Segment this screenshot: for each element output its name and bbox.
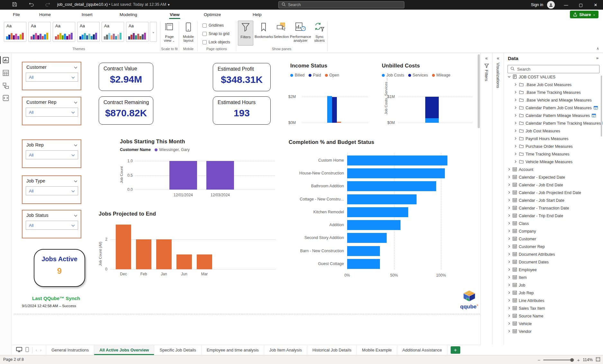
theme-thumbnail[interactable]: Aa — [77, 22, 100, 42]
data-tree-item[interactable]: Job Rep — [504, 289, 600, 297]
theme-thumbnail[interactable]: Aa — [126, 22, 148, 42]
hbar-house-new-construction[interactable] — [347, 168, 445, 178]
prev-page-icon[interactable]: ‹ — [36, 348, 37, 352]
bar-dec[interactable] — [116, 225, 131, 270]
zoom-in-icon[interactable]: + — [577, 357, 580, 363]
stack-services[interactable] — [425, 97, 439, 118]
performance-analyzer-button[interactable]: Performance analyzer — [290, 21, 311, 42]
bar-paid[interactable] — [332, 97, 337, 123]
checkbox-snap-to-grid[interactable]: Snap to grid — [203, 31, 230, 36]
data-tree-item[interactable]: Employee — [504, 266, 600, 274]
page-tab-general-instructions[interactable]: General Instructions — [46, 345, 94, 355]
slicer-dropdown[interactable]: All — [26, 221, 78, 230]
themes-gallery-expand[interactable]: ⌄ — [150, 22, 157, 42]
chevron-down-icon[interactable] — [74, 178, 77, 183]
data-tree-item[interactable]: Payroll Hours Measures — [504, 135, 600, 143]
slicer-dropdown[interactable]: All — [26, 73, 78, 82]
data-tree-item[interactable]: Customer — [504, 235, 600, 243]
dax-query-view-icon[interactable] — [3, 95, 9, 102]
document-title[interactable]: job_cost_detail_(qqube10.x) • Last saved… — [57, 2, 170, 7]
bar-12/03/2024[interactable] — [206, 161, 234, 190]
next-page-icon[interactable]: › — [40, 348, 41, 352]
hbar-kitchen-remodel[interactable] — [347, 207, 408, 217]
slicer-dropdown[interactable]: All — [26, 186, 78, 195]
global-search-input[interactable]: Search — [278, 1, 404, 8]
page-view-button[interactable]: Page view ⌄ — [161, 21, 177, 42]
checkbox-lock-objects[interactable]: Lock objects — [203, 40, 230, 44]
data-tree-item[interactable]: Class — [504, 220, 600, 227]
data-tree-item[interactable]: Account — [504, 166, 600, 173]
page-tab-all-active-jobs-overview[interactable]: All Active Jobs Overview — [94, 345, 154, 355]
data-tree-item[interactable]: Calendar - Job End Date — [504, 181, 600, 189]
redo-icon[interactable] — [45, 2, 50, 7]
page-tab-specific-job-details[interactable]: Specific Job Details — [154, 345, 201, 355]
model-view-icon[interactable] — [3, 83, 9, 90]
data-tree-item[interactable]: .Base Job Cost Measures — [504, 81, 600, 89]
data-tree-item[interactable]: Calendar Pattern Job Cost Measures — [504, 104, 600, 112]
zoom-slider[interactable] — [543, 360, 574, 360]
theme-thumbnail[interactable]: Aa — [4, 22, 26, 42]
data-tree-item[interactable]: .Base Vehicle and Mileage Measures — [504, 96, 600, 104]
page-tab-historical-job-details[interactable]: Historical Job Details — [307, 345, 357, 355]
menu-tab-modeling[interactable]: Modeling — [118, 10, 139, 19]
kpi-card-contract-remaining[interactable]: Contract Remaining$870.82K — [99, 96, 153, 125]
data-tree-item[interactable]: Calendar - Trip End Date — [504, 212, 600, 220]
data-tree-item[interactable]: Calendar - Transaction Date — [504, 204, 600, 212]
menu-tab-file[interactable]: File — [12, 10, 21, 19]
data-pane-scrollbar[interactable] — [601, 75, 602, 137]
fit-to-page-icon[interactable] — [596, 357, 600, 363]
data-tree-item[interactable]: Line Attributes — [504, 297, 600, 305]
hbar-barn-new-construction[interactable] — [347, 246, 380, 256]
table-view-icon[interactable] — [3, 70, 9, 77]
menu-tab-view[interactable]: View — [168, 10, 181, 19]
hbar-cottage-new-constru-[interactable] — [347, 194, 417, 204]
kpi-card-contract-value[interactable]: Contract Value$2.94M — [99, 63, 153, 91]
data-tree-item[interactable]: Calendar Pattern Mileage Measures — [504, 112, 600, 120]
theme-thumbnail[interactable]: Aa — [53, 22, 75, 42]
kpi-card-estimated-hours[interactable]: Estimated Hours193 — [213, 96, 271, 125]
data-search-input[interactable]: Search — [508, 65, 599, 73]
hbar-addition[interactable] — [347, 220, 401, 230]
bar-mar[interactable] — [197, 254, 212, 270]
checkbox-gridlines[interactable]: Gridlines — [203, 23, 224, 28]
minimize-button[interactable]: — — [559, 0, 573, 10]
hbar-second-story-addition[interactable] — [347, 233, 387, 243]
maximize-button[interactable]: ▢ — [573, 0, 588, 10]
share-button[interactable]: Share⌄ — [570, 11, 598, 18]
data-tree-item[interactable]: Job Cost Measures — [504, 127, 600, 135]
collapse-ribbon-icon[interactable]: ∧ — [596, 46, 599, 51]
bar-feb[interactable] — [136, 239, 151, 269]
data-tree-item[interactable]: Calendar Pattern Time Tracking Measures — [504, 120, 600, 127]
income-status-chart[interactable]: Income Status BilledPaidOpen $2M $0M — [288, 61, 374, 127]
data-tree-item[interactable]: Purchase Order Measures — [504, 143, 600, 150]
chevron-down-icon[interactable] — [74, 213, 77, 218]
sync-slicers-button[interactable]: Sync slicers — [312, 21, 327, 42]
undo-icon[interactable] — [29, 2, 34, 7]
chevron-down-icon[interactable] — [74, 65, 77, 70]
page-tab-job-item-analysis[interactable]: Job Item Analysis — [264, 345, 307, 355]
mobile-layout-button[interactable]: Mobile layout — [180, 21, 197, 42]
data-tree-item[interactable]: Document Attributes — [504, 251, 600, 258]
expand-visualizations-icon[interactable]: « — [497, 56, 500, 61]
bar-12/01/2024[interactable] — [169, 161, 197, 190]
data-tree-item[interactable]: Company — [504, 227, 600, 235]
jobs-active-card[interactable]: Jobs Active 9 — [34, 249, 85, 287]
data-tree-item[interactable]: Vehicle Mileage Measures — [504, 158, 600, 166]
bar-billed[interactable] — [327, 96, 332, 123]
kpi-card-estimated-profit[interactable]: Estimated Profit$348.31K — [213, 63, 271, 91]
data-tree-item[interactable]: Customer Rep — [504, 243, 600, 251]
data-tree-item[interactable]: Calendar - Job Start Date — [504, 197, 600, 204]
data-tree-item[interactable]: Calendar - Job Projected End Date — [504, 189, 600, 197]
selection-button[interactable]: Selection — [273, 21, 289, 39]
page-tab-additional-assistance[interactable]: Additional Assistance — [397, 345, 447, 355]
bar-jun[interactable] — [176, 254, 192, 270]
chevron-down-icon[interactable] — [74, 142, 77, 147]
sign-in-button[interactable]: Sign in — [531, 3, 543, 7]
data-tree-item[interactable]: Job — [504, 281, 600, 289]
collapse-data-pane-icon[interactable]: » — [596, 56, 598, 60]
expand-filters-icon[interactable]: « — [485, 56, 488, 61]
zoom-out-icon[interactable]: − — [537, 357, 540, 363]
menu-tab-help[interactable]: Help — [251, 10, 263, 19]
slicer-dropdown[interactable]: All — [26, 150, 78, 159]
chevron-down-icon[interactable] — [74, 100, 77, 105]
